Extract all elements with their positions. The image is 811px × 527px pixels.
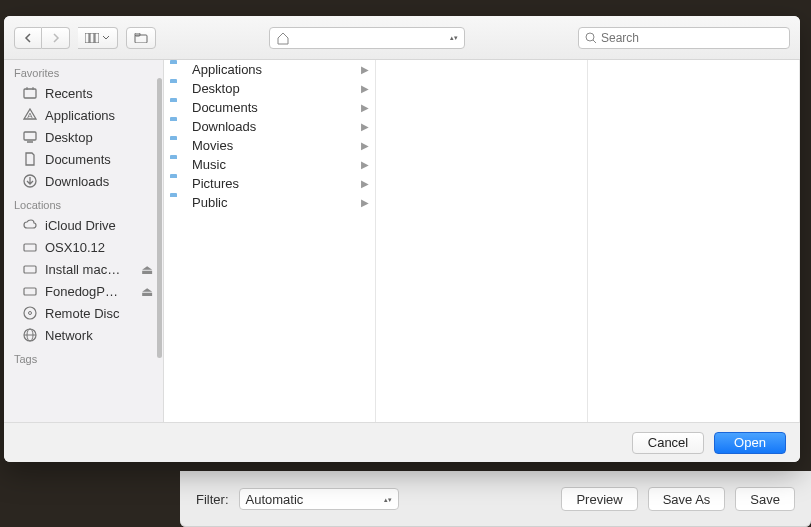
chevron-right-icon: ▶	[361, 197, 369, 208]
sidebar-item-documents[interactable]: Documents	[4, 148, 163, 170]
eject-icon[interactable]: ⏏	[141, 284, 153, 299]
disk-icon	[22, 283, 38, 299]
home-icon	[276, 31, 290, 45]
svg-point-18	[29, 312, 32, 315]
sidebar-item-downloads[interactable]: Downloads	[4, 170, 163, 192]
sidebar-section-favorites: Favorites	[4, 60, 163, 82]
sidebar-item-label: Desktop	[45, 130, 93, 145]
sidebar-item-icloud[interactable]: iCloud Drive	[4, 214, 163, 236]
list-item[interactable]: Pictures▶	[164, 174, 375, 193]
sidebar-item-osx[interactable]: OSX10.12	[4, 236, 163, 258]
chevron-right-icon: ▶	[361, 102, 369, 113]
apps-icon: A	[22, 107, 38, 123]
svg-rect-7	[24, 89, 36, 98]
view-mode-buttons	[78, 27, 118, 49]
open-button[interactable]: Open	[714, 432, 786, 454]
svg-line-6	[593, 40, 596, 43]
chevron-right-icon: ▶	[361, 83, 369, 94]
sidebar-item-label: Recents	[45, 86, 93, 101]
desktop-icon	[22, 129, 38, 145]
sidebar-item-label: Install mac…	[45, 262, 120, 277]
columns-view: Applications▶ Desktop▶ Documents▶ Downlo…	[164, 60, 800, 422]
stepper-icon: ▴▾	[384, 496, 392, 503]
filter-select[interactable]: Automatic ▴▾	[239, 488, 399, 510]
column-2[interactable]	[376, 60, 588, 422]
sidebar-item-label: Downloads	[45, 174, 109, 189]
sidebar-item-label: Documents	[45, 152, 111, 167]
svg-rect-1	[90, 33, 94, 43]
column-1[interactable]: Applications▶ Desktop▶ Documents▶ Downlo…	[164, 60, 376, 422]
sidebar-item-label: Applications	[45, 108, 115, 123]
folder-toolbar-icon	[134, 33, 148, 43]
list-item[interactable]: Downloads▶	[164, 117, 375, 136]
list-item[interactable]: Applications▶	[164, 60, 375, 79]
svg-rect-15	[24, 266, 36, 273]
save-button[interactable]: Save	[735, 487, 795, 511]
cloud-icon	[22, 217, 38, 233]
path-popup[interactable]: ▴▾	[269, 27, 465, 49]
svg-rect-11	[24, 132, 36, 140]
eject-icon[interactable]: ⏏	[141, 262, 153, 277]
column-3[interactable]	[588, 60, 800, 422]
chevron-right-icon	[52, 33, 60, 43]
sidebar-section-locations: Locations	[4, 192, 163, 214]
chevron-right-icon: ▶	[361, 121, 369, 132]
list-item[interactable]: Desktop▶	[164, 79, 375, 98]
sidebar-item-applications[interactable]: A Applications	[4, 104, 163, 126]
chevron-right-icon: ▶	[361, 64, 369, 75]
list-item[interactable]: Movies▶	[164, 136, 375, 155]
chevron-down-icon	[102, 35, 110, 41]
saveas-button[interactable]: Save As	[648, 487, 726, 511]
group-button[interactable]	[126, 27, 156, 49]
globe-icon	[22, 327, 38, 343]
background-toolbar: Filter: Automatic ▴▾ Preview Save As Sav…	[180, 471, 811, 527]
sidebar-item-desktop[interactable]: Desktop	[4, 126, 163, 148]
svg-text:A: A	[27, 111, 33, 120]
list-item[interactable]: Public▶	[164, 193, 375, 212]
dialog-toolbar: ▴▾	[4, 16, 800, 60]
list-item[interactable]: Documents▶	[164, 98, 375, 117]
cancel-button[interactable]: Cancel	[632, 432, 704, 454]
svg-rect-16	[24, 288, 36, 295]
downloads-icon	[22, 173, 38, 189]
nav-buttons	[14, 27, 70, 49]
disk-icon	[22, 239, 38, 255]
svg-rect-14	[24, 244, 36, 251]
sidebar-item-fonedog[interactable]: FonedogP… ⏏	[4, 280, 163, 302]
chevron-right-icon: ▶	[361, 140, 369, 151]
sidebar-item-network[interactable]: Network	[4, 324, 163, 346]
search-input[interactable]	[601, 31, 783, 45]
back-button[interactable]	[14, 27, 42, 49]
disc-icon	[22, 305, 38, 321]
view-mode-button[interactable]	[78, 27, 118, 49]
filter-value: Automatic	[246, 492, 304, 507]
svg-rect-2	[95, 33, 99, 43]
open-dialog: ▴▾ Favorites Recents A Applications Desk…	[4, 16, 800, 462]
sidebar-item-label: OSX10.12	[45, 240, 105, 255]
forward-button[interactable]	[42, 27, 70, 49]
list-item[interactable]: Music▶	[164, 155, 375, 174]
sidebar-item-label: Network	[45, 328, 93, 343]
dialog-buttons: Cancel Open	[4, 422, 800, 462]
disk-icon	[22, 261, 38, 277]
preview-button[interactable]: Preview	[561, 487, 637, 511]
filter-label: Filter:	[196, 492, 229, 507]
chevron-right-icon: ▶	[361, 178, 369, 189]
sidebar-item-remotedisc[interactable]: Remote Disc	[4, 302, 163, 324]
chevron-left-icon	[24, 33, 32, 43]
sidebar-item-label: iCloud Drive	[45, 218, 116, 233]
search-field[interactable]	[578, 27, 790, 49]
chevron-right-icon: ▶	[361, 159, 369, 170]
sidebar-item-recents[interactable]: Recents	[4, 82, 163, 104]
stepper-icon: ▴▾	[450, 34, 458, 41]
svg-rect-0	[85, 33, 89, 43]
sidebar-item-install[interactable]: Install mac… ⏏	[4, 258, 163, 280]
sidebar-item-label: FonedogP…	[45, 284, 118, 299]
svg-point-5	[586, 33, 594, 41]
columns-icon	[85, 33, 99, 43]
sidebar-section-tags: Tags	[4, 346, 163, 368]
sidebar-scrollbar[interactable]	[157, 78, 162, 358]
sidebar-item-label: Remote Disc	[45, 306, 119, 321]
recents-icon	[22, 85, 38, 101]
documents-icon	[22, 151, 38, 167]
